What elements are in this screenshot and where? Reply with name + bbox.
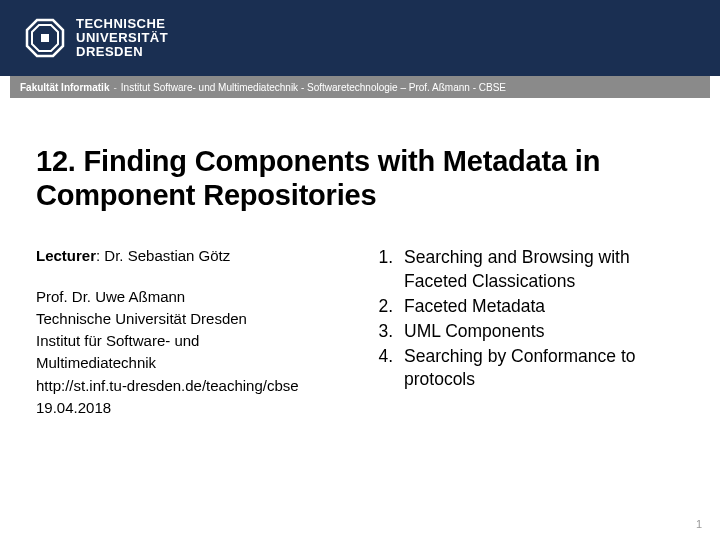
inst-line1: Institut für Software- und (36, 331, 346, 351)
left-column: Lecturer: Dr. Sebastian Götz Prof. Dr. U… (36, 246, 346, 420)
svg-rect-2 (41, 34, 49, 42)
breadcrumb: Fakultät Informatik - Institut Software-… (10, 76, 710, 98)
page-number: 1 (696, 518, 702, 530)
inst-line2: Multimediatechnik (36, 353, 346, 373)
logo-octagon-icon (24, 17, 66, 59)
logo-line2: UNIVERSITÄT (76, 31, 168, 45)
right-column: Searching and Browsing with Faceted Clas… (376, 246, 684, 420)
header-band: TECHNISCHE UNIVERSITÄT DRESDEN (0, 0, 720, 76)
breadcrumb-rest: Institut Software- und Multimediatechnik… (121, 82, 506, 93)
content: 12. Finding Components with Metadata in … (0, 98, 720, 420)
list-item: Faceted Metadata (398, 295, 684, 318)
slide-title: 12. Finding Components with Metadata in … (36, 144, 684, 212)
logo-line1: TECHNISCHE (76, 17, 168, 31)
list-item: UML Components (398, 320, 684, 343)
breadcrumb-faculty: Fakultät Informatik (20, 82, 109, 93)
columns: Lecturer: Dr. Sebastian Götz Prof. Dr. U… (36, 246, 684, 420)
university-logo: TECHNISCHE UNIVERSITÄT DRESDEN (24, 17, 168, 60)
lecturer-name: : Dr. Sebastian Götz (96, 247, 230, 264)
logo-text: TECHNISCHE UNIVERSITÄT DRESDEN (76, 17, 168, 60)
lecturer-line: Lecturer: Dr. Sebastian Götz (36, 246, 346, 266)
date-line: 19.04.2018 (36, 398, 346, 418)
breadcrumb-sep: - (113, 82, 116, 93)
topics-list: Searching and Browsing with Faceted Clas… (376, 246, 684, 391)
url-line: http://st.inf.tu-dresden.de/teaching/cbs… (36, 376, 346, 396)
list-item: Searching and Browsing with Faceted Clas… (398, 246, 684, 292)
prof-line: Prof. Dr. Uwe Aßmann (36, 287, 346, 307)
list-item: Searching by Conformance to protocols (398, 345, 684, 391)
lecturer-label: Lecturer (36, 247, 96, 264)
logo-line3: DRESDEN (76, 45, 168, 59)
uni-line: Technische Universität Dresden (36, 309, 346, 329)
